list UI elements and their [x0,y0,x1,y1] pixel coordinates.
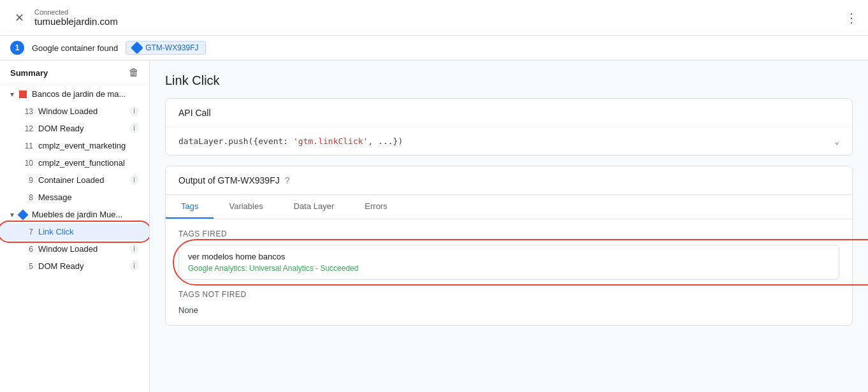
item-number: 11 [23,142,33,150]
item-label: DOM Ready [38,261,123,271]
sidebar-item-muebles-group[interactable]: ▾ Muebles de jardin Mue... [0,206,149,223]
none-label: None [178,305,839,315]
red-square-icon [19,91,27,98]
sidebar-item-label: Muebles de jardin Mue... [32,210,139,219]
sidebar-item-6[interactable]: 6 Window Loaded i [0,240,149,258]
sidebar-title: Summary [10,68,48,78]
info-icon: i [129,106,139,116]
tag-fired-item[interactable]: ver modelos home bancos Google Analytics… [178,245,839,280]
sidebar-item-10[interactable]: 10 cmplz_event_functional [0,154,149,171]
help-icon[interactable]: ? [285,175,290,185]
expand-arrow-icon: ▾ [10,210,14,219]
main-layout: Summary 🗑 ▾ Bancos de jardin de ma... 13… [0,61,868,392]
item-number: 10 [23,159,33,168]
connected-label: Connected [34,8,118,16]
trash-icon[interactable]: 🗑 [129,67,139,78]
api-call-body: dataLayer.push({event: 'gtm.linkClick', … [166,127,852,155]
api-call-card: API Call dataLayer.push({event: 'gtm.lin… [165,98,853,156]
item-label: DOM Ready [38,124,123,133]
gtm-diamond-icon [131,41,143,54]
output-card: Output of GTM-WX939FJ ? Tags Variables D… [165,166,853,326]
domain-label: tumueblejardin.com [34,16,118,27]
sidebar-item-9[interactable]: 9 Container Loaded i [0,171,149,189]
item-number: 7 [23,228,33,236]
sidebar-item-8[interactable]: 8 Message [0,189,149,206]
app-header: ✕ Connected tumueblejardin.com ⋮ [0,0,868,36]
code-keyword: 'gtm.linkClick' [293,136,368,146]
item-label: Window Loaded [38,244,123,254]
sidebar-item-12[interactable]: 12 DOM Ready i [0,120,149,137]
tab-tags[interactable]: Tags [166,195,213,219]
api-call-header: API Call [166,99,852,127]
blue-diamond-icon [18,209,29,220]
tag-status: Google Analytics: Universal Analytics - … [188,264,830,273]
output-label: Output of GTM-WX939FJ [178,175,280,185]
tab-data-layer[interactable]: Data Layer [278,195,350,219]
item-number: 6 [23,245,33,254]
expand-arrow-icon: ▾ [10,90,14,99]
sidebar: Summary 🗑 ▾ Bancos de jardin de ma... 13… [0,61,150,392]
container-number: 1 [10,41,24,55]
sidebar-item-bancos-group[interactable]: ▾ Bancos de jardin de ma... [0,85,149,103]
item-label: Link Click [38,227,139,236]
sidebar-header: Summary 🗑 [0,61,149,85]
item-number: 9 [23,176,33,185]
header-info: Connected tumueblejardin.com [34,8,118,27]
container-found-label: Google container found [32,43,118,53]
gtm-badge[interactable]: GTM-WX939FJ [126,41,205,55]
tags-not-fired-section: Tags Not Fired None [178,290,839,315]
api-call-label: API Call [178,108,211,118]
sidebar-item-label: Bancos de jardin de ma... [32,89,139,99]
sidebar-item-5[interactable]: 5 DOM Ready i [0,258,149,275]
expand-icon[interactable]: ⌄ [834,136,839,146]
item-number: 5 [23,262,33,271]
info-icon: i [129,175,139,185]
item-label: Window Loaded [38,106,123,116]
tab-variables[interactable]: Variables [213,195,278,219]
info-icon: i [129,261,139,271]
sidebar-item-link-click[interactable]: 7 Link Click [0,223,149,240]
tag-name: ver modelos home bancos [188,252,830,261]
header-left: ✕ Connected tumueblejardin.com [10,8,118,27]
item-label: cmplz_event_marketing [38,141,139,150]
main-content: Link Click API Call dataLayer.push({even… [150,61,868,392]
info-icon: i [129,124,139,133]
close-button[interactable]: ✕ [10,9,28,27]
tabs-bar: Tags Variables Data Layer Errors [166,195,852,219]
sidebar-item-11[interactable]: 11 cmplz_event_marketing [0,137,149,154]
item-number: 13 [23,107,33,116]
output-header: Output of GTM-WX939FJ ? [166,166,852,195]
info-icon: i [129,244,139,254]
item-label: cmplz_event_functional [38,158,139,168]
gtm-id-label: GTM-WX939FJ [145,43,198,52]
tab-errors[interactable]: Errors [349,195,402,219]
tags-not-fired-label: Tags Not Fired [178,290,839,299]
tags-fired-label: Tags Fired [178,229,839,238]
container-bar: 1 Google container found GTM-WX939FJ [0,36,868,61]
sidebar-item-13[interactable]: 13 Window Loaded i [0,103,149,120]
item-label: Message [38,192,139,202]
more-button[interactable]: ⋮ [845,10,858,25]
content-title: Link Click [165,73,853,88]
item-number: 12 [23,124,33,133]
api-call-code: dataLayer.push({event: 'gtm.linkClick', … [178,136,403,146]
tags-content: Tags Fired ver modelos home bancos Googl… [166,219,852,325]
item-number: 8 [23,193,33,202]
item-label: Container Loaded [38,175,123,185]
